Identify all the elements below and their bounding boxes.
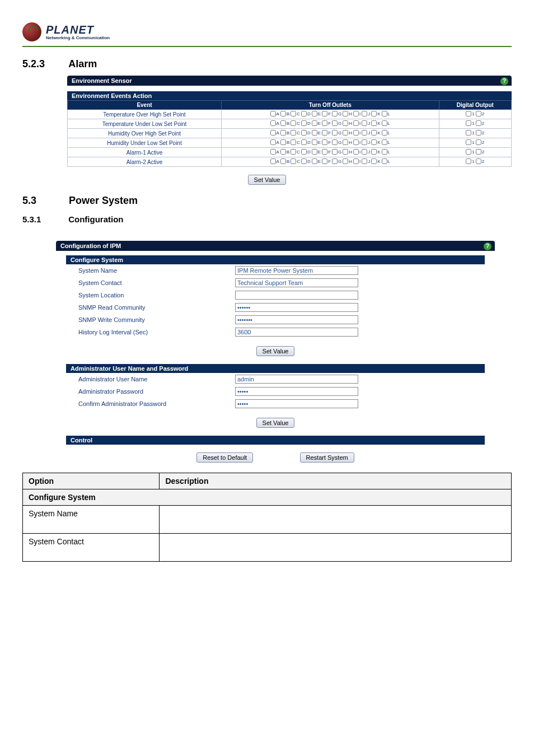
outlet-checkbox-c[interactable]: C: [291, 130, 300, 136]
outlet-checkbox-j[interactable]: J: [362, 158, 370, 164]
outlet-checkbox-f[interactable]: F: [322, 130, 331, 136]
outlet-checkbox-j[interactable]: J: [362, 130, 370, 136]
outlet-checkbox-a[interactable]: A: [270, 139, 279, 145]
outlet-checkbox-f[interactable]: F: [322, 120, 331, 126]
input-history-log[interactable]: [235, 328, 358, 337]
outlet-checkbox-g[interactable]: G: [332, 120, 341, 126]
outlet-checkbox-e[interactable]: E: [312, 120, 321, 126]
input-admin-conf[interactable]: [235, 399, 358, 408]
input-snmp-read[interactable]: [235, 303, 358, 312]
outlet-checkbox-g[interactable]: G: [332, 139, 341, 145]
digital-output-checkbox-1[interactable]: 1: [466, 158, 474, 164]
outlet-checkbox-l[interactable]: L: [382, 158, 390, 164]
outlet-checkbox-f[interactable]: F: [322, 158, 331, 164]
outlet-checkbox-f[interactable]: F: [322, 149, 331, 155]
outlet-checkbox-g[interactable]: G: [332, 130, 341, 136]
digital-output-checkbox-1[interactable]: 1: [466, 111, 474, 116]
outlet-checkbox-b[interactable]: B: [280, 139, 289, 145]
outlet-checkbox-h[interactable]: H: [343, 149, 352, 155]
outlet-checkbox-l[interactable]: L: [382, 149, 390, 155]
digital-output-checkbox-1[interactable]: 1: [466, 139, 474, 145]
digital-output-checkbox-1[interactable]: 1: [466, 130, 474, 136]
outlet-checkbox-c[interactable]: C: [291, 139, 300, 145]
outlet-checkbox-a[interactable]: A: [270, 120, 279, 126]
outlet-checkbox-d[interactable]: D: [301, 111, 311, 116]
outlet-checkbox-l[interactable]: L: [382, 111, 390, 116]
digital-output-checkbox-1[interactable]: 1: [466, 120, 474, 126]
outlet-checkbox-h[interactable]: H: [343, 111, 352, 116]
help-icon[interactable]: ?: [500, 77, 508, 85]
outlet-checkbox-d[interactable]: D: [301, 120, 311, 126]
input-snmp-write[interactable]: [235, 315, 358, 324]
input-system-name[interactable]: [235, 266, 358, 275]
cfg-set-value-button[interactable]: Set Value: [256, 346, 295, 356]
outlet-checkbox-h[interactable]: H: [343, 130, 352, 136]
outlet-checkbox-b[interactable]: B: [280, 149, 289, 155]
admin-set-value-button[interactable]: Set Value: [256, 418, 295, 428]
outlet-checkbox-b[interactable]: B: [280, 158, 289, 164]
outlet-checkbox-c[interactable]: C: [291, 158, 300, 164]
outlet-checkbox-j[interactable]: J: [362, 149, 370, 155]
outlet-checkbox-f[interactable]: F: [322, 139, 331, 145]
outlet-checkbox-b[interactable]: B: [280, 111, 289, 116]
outlet-checkbox-k[interactable]: K: [371, 130, 380, 136]
reset-to-default-button[interactable]: Reset to Default: [196, 452, 253, 463]
outlet-checkbox-g[interactable]: G: [332, 149, 341, 155]
outlet-checkbox-i[interactable]: I: [353, 111, 360, 116]
outlet-checkbox-g[interactable]: G: [332, 158, 341, 164]
digital-output-checkbox-1[interactable]: 1: [466, 149, 474, 155]
outlet-checkbox-a[interactable]: A: [270, 158, 279, 164]
outlet-checkbox-d[interactable]: D: [301, 149, 311, 155]
outlet-checkbox-k[interactable]: K: [371, 139, 380, 145]
digital-output-checkbox-2[interactable]: 2: [476, 120, 484, 126]
outlet-checkbox-h[interactable]: H: [343, 139, 352, 145]
outlet-checkbox-h[interactable]: H: [343, 120, 352, 126]
outlet-checkbox-e[interactable]: E: [312, 130, 321, 136]
outlet-checkbox-i[interactable]: I: [353, 149, 360, 155]
outlet-checkbox-j[interactable]: J: [362, 111, 370, 116]
outlet-checkbox-k[interactable]: K: [371, 149, 380, 155]
outlet-checkbox-e[interactable]: E: [312, 111, 321, 116]
outlet-checkbox-i[interactable]: I: [353, 130, 360, 136]
outlet-checkbox-b[interactable]: B: [280, 120, 289, 126]
outlet-checkbox-h[interactable]: H: [343, 158, 352, 164]
input-admin-user[interactable]: [235, 375, 358, 384]
outlet-checkbox-k[interactable]: K: [371, 158, 380, 164]
input-system-contact[interactable]: [235, 278, 358, 287]
outlet-checkbox-a[interactable]: A: [270, 149, 279, 155]
outlet-checkbox-d[interactable]: D: [301, 130, 311, 136]
digital-output-checkbox-2[interactable]: 2: [476, 130, 484, 136]
outlet-checkbox-c[interactable]: C: [291, 120, 300, 126]
digital-output-checkbox-2[interactable]: 2: [476, 149, 484, 155]
outlet-checkbox-c[interactable]: C: [291, 149, 300, 155]
outlet-checkbox-j[interactable]: J: [362, 120, 370, 126]
outlet-checkbox-i[interactable]: I: [353, 120, 360, 126]
outlet-checkbox-l[interactable]: L: [382, 120, 390, 126]
outlet-checkbox-k[interactable]: K: [371, 120, 380, 126]
digital-output-checkbox-2[interactable]: 2: [476, 111, 484, 116]
digital-output-checkbox-2[interactable]: 2: [476, 139, 484, 145]
outlet-checkbox-d[interactable]: D: [301, 158, 311, 164]
outlet-checkbox-c[interactable]: C: [291, 111, 300, 116]
help-icon[interactable]: ?: [484, 242, 491, 250]
outlet-checkbox-b[interactable]: B: [280, 130, 289, 136]
outlet-checkbox-l[interactable]: L: [382, 130, 390, 136]
outlet-checkbox-i[interactable]: I: [353, 139, 360, 145]
env-set-value-button[interactable]: Set Value: [248, 175, 287, 185]
outlet-checkbox-l[interactable]: L: [382, 139, 390, 145]
outlet-checkbox-e[interactable]: E: [312, 139, 321, 145]
outlet-checkbox-a[interactable]: A: [270, 111, 279, 116]
outlet-checkbox-g[interactable]: G: [332, 111, 341, 116]
outlet-checkbox-j[interactable]: J: [362, 139, 370, 145]
digital-output-checkbox-2[interactable]: 2: [476, 158, 484, 164]
outlet-checkbox-e[interactable]: E: [312, 158, 321, 164]
outlet-checkbox-k[interactable]: K: [371, 111, 380, 116]
outlet-checkbox-d[interactable]: D: [301, 139, 311, 145]
input-admin-pass[interactable]: [235, 387, 358, 396]
outlet-checkbox-i[interactable]: I: [353, 158, 360, 164]
outlet-checkbox-e[interactable]: E: [312, 149, 321, 155]
input-system-location[interactable]: [235, 291, 358, 300]
outlet-checkbox-f[interactable]: F: [322, 111, 331, 116]
outlet-checkbox-a[interactable]: A: [270, 130, 279, 136]
restart-system-button[interactable]: Restart System: [300, 452, 354, 463]
